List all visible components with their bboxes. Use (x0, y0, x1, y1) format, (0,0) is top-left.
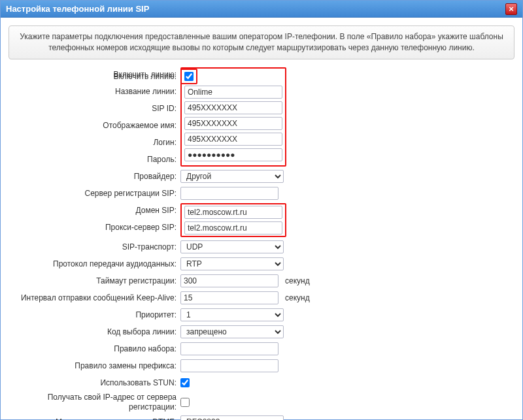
label-audio: Протокол передачи аудиоданных: (8, 259, 180, 268)
close-icon[interactable]: × (505, 3, 517, 15)
enable-line-checkbox[interactable] (184, 72, 194, 81)
label-regserver: Сервер регистрации SIP: (8, 189, 180, 198)
prefix-rule-input[interactable] (180, 359, 278, 372)
hint-text: Укажите параметры подключения предоставл… (8, 25, 515, 59)
keepalive-input[interactable] (180, 291, 278, 304)
ip-from-registrar-checkbox[interactable] (180, 398, 190, 407)
audio-protocol-select[interactable]: RTP (180, 257, 284, 270)
reg-server-input[interactable] (180, 187, 278, 200)
label-dtmf: Метод передачи сигналов DTMF: (8, 417, 180, 420)
dtmf-select[interactable]: RFC2833 (180, 415, 284, 420)
sip-id-input[interactable] (184, 101, 282, 114)
label-sipid: SIP ID: (8, 101, 180, 116)
reg-timeout-input[interactable] (180, 274, 278, 287)
label-stun: Использовать STUN: (8, 378, 180, 387)
label-domain: Домен SIP: (8, 203, 180, 218)
label-display: Отображаемое имя: (8, 118, 180, 133)
sip-proxy-input[interactable] (184, 221, 282, 234)
sip-line-dialog: Настройка телефонной линии SIP × Укажите… (0, 0, 523, 420)
form-fields: Включить линию: Название линии: SIP ID: … (8, 67, 515, 420)
label-password: Пароль: (8, 152, 180, 167)
provider-select[interactable]: Другой (180, 170, 284, 183)
password-input[interactable] (184, 148, 282, 161)
highlight-domain-proxy (180, 203, 286, 237)
sip-domain-input[interactable] (184, 206, 282, 219)
dialog-body: Укажите параметры подключения предоставл… (1, 18, 522, 420)
sip-transport-select[interactable]: UDP (180, 240, 284, 253)
label-iphdr: Получать свой IP-адрес от сервера регист… (8, 393, 180, 412)
label-keepalive: Интервал отправки сообщений Keep-Alive: (8, 293, 180, 302)
unit-seconds-1: секунд (285, 276, 310, 285)
label-transport: SIP-транспорт: (8, 242, 180, 251)
stun-checkbox[interactable] (180, 378, 190, 387)
titlebar: Настройка телефонной линии SIP × (1, 1, 522, 18)
label-priority: Приоритет: (8, 310, 180, 319)
dial-rule-input[interactable] (180, 342, 278, 355)
label-dialrule: Правило набора: (8, 344, 180, 353)
label-linecode: Код выбора линии: (8, 327, 180, 336)
unit-seconds-2: секунд (285, 293, 310, 302)
display-name-input[interactable] (184, 117, 282, 130)
login-input[interactable] (184, 133, 282, 146)
priority-select[interactable]: 1 (180, 308, 284, 321)
dialog-title: Настройка телефонной линии SIP (6, 4, 505, 14)
label-provider: Провайдер: (8, 172, 180, 181)
line-code-select[interactable]: запрещено (180, 325, 284, 338)
label-name: Название линии: (8, 84, 180, 99)
label-regtimeout: Таймаут регистрации: (8, 276, 180, 285)
label-login: Логин: (8, 135, 180, 150)
highlight-identity (180, 67, 286, 167)
line-name-input[interactable] (184, 86, 282, 99)
label-prefix: Правило замены префикса: (8, 361, 180, 370)
label-enable2: Включить линию: (8, 67, 180, 82)
label-proxy: Прокси-сервер SIP: (8, 220, 180, 234)
